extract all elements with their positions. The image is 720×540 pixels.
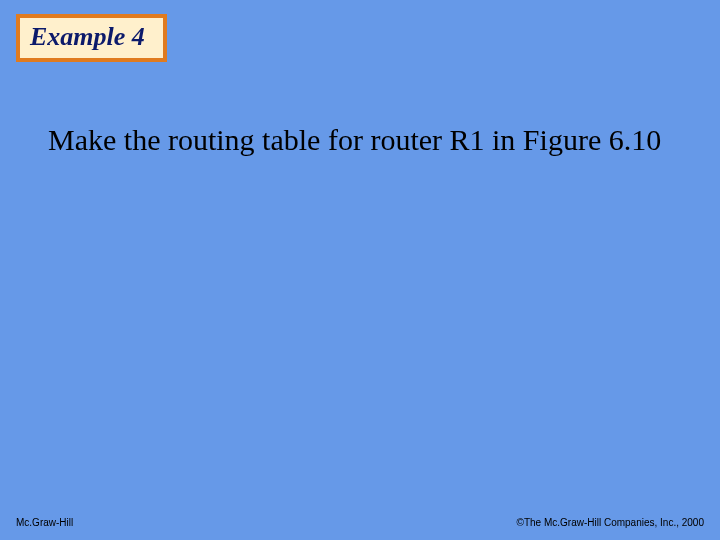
footer-left: Mc.Graw-Hill <box>16 517 73 528</box>
slide-title: Example 4 <box>30 22 145 51</box>
body-text: Make the routing table for router R1 in … <box>48 120 678 161</box>
title-box: Example 4 <box>16 14 167 62</box>
footer-right: ©The Mc.Graw-Hill Companies, Inc., 2000 <box>517 517 704 528</box>
slide: Example 4 Make the routing table for rou… <box>0 0 720 540</box>
